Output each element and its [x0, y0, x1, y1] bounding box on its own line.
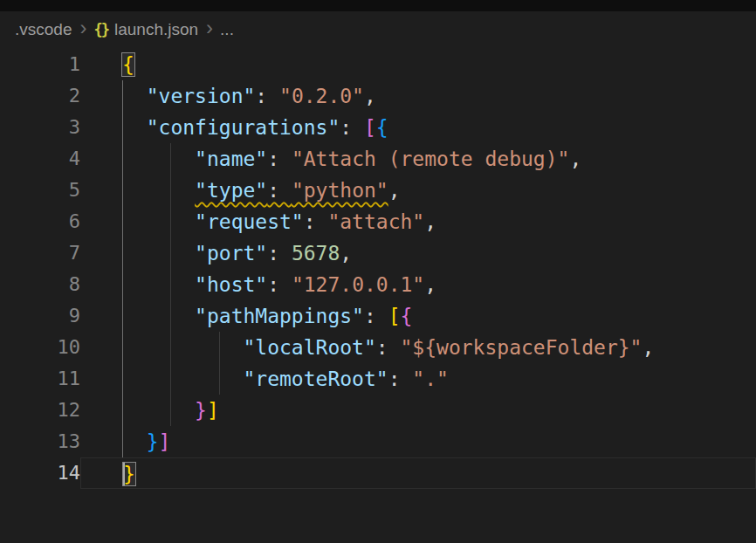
code-token: "pathMappings"	[195, 305, 364, 327]
code-token: "request"	[195, 210, 304, 233]
code-token: ,	[364, 85, 376, 107]
code-token: "port"	[195, 242, 267, 265]
line-number[interactable]: 2	[0, 80, 80, 112]
code-content[interactable]: "pathMappings": [{	[80, 300, 756, 332]
indent-guide	[122, 175, 123, 206]
indent-guide	[122, 269, 123, 300]
code-token: ,	[642, 336, 654, 359]
line-number[interactable]: 9	[0, 300, 80, 332]
line-number[interactable]: 8	[0, 269, 80, 300]
code-content[interactable]: }	[80, 457, 756, 489]
code-line: 3 "configurations": [{	[0, 112, 756, 143]
code-line: 10 "localRoot": "${workspaceFolder}",	[0, 332, 756, 363]
code-line: 5 "type": "python",	[0, 175, 756, 206]
code-token: "Attach (remote debug)"	[292, 148, 570, 170]
code-token: :	[267, 179, 292, 202]
indent-guide	[170, 206, 171, 237]
indent-guide	[122, 426, 123, 457]
code-line: 4 "name": "Attach (remote debug)",	[0, 143, 756, 175]
indent-guide	[122, 112, 123, 143]
indent-guide	[122, 206, 123, 237]
code-line: 7 "port": 5678,	[0, 237, 756, 269]
code-content[interactable]: {	[80, 49, 756, 80]
indent-guide	[122, 363, 123, 395]
code-token: "attach"	[327, 210, 424, 233]
code-token: :	[267, 242, 292, 265]
code-token: "version"	[147, 85, 256, 107]
line-number[interactable]: 10	[0, 332, 80, 363]
breadcrumb-item-more[interactable]: ...	[220, 20, 234, 39]
chevron-right-icon: ›	[79, 17, 86, 38]
line-number[interactable]: 6	[0, 206, 80, 237]
indent-guide	[170, 237, 171, 269]
code-content[interactable]: "version": "0.2.0",	[80, 80, 756, 112]
code-token: ,	[424, 210, 436, 233]
code-content[interactable]: }]	[80, 395, 756, 426]
line-number[interactable]: 13	[0, 426, 80, 457]
code-content[interactable]: "host": "127.0.0.1",	[80, 269, 756, 300]
code-line: 13 }]	[0, 426, 756, 457]
code-content[interactable]: "configurations": [{	[80, 112, 756, 143]
warning-squiggle: "type": "python"	[195, 179, 388, 202]
indent-guide	[170, 395, 171, 426]
code-token: "127.0.0.1"	[292, 273, 424, 296]
indent-guide	[122, 300, 123, 332]
indent-guide	[219, 363, 220, 395]
code-token: :	[255, 85, 279, 107]
breadcrumb-label: ...	[220, 20, 234, 39]
code-token: "localRoot"	[243, 336, 375, 359]
indent-guide	[170, 175, 171, 206]
code-content[interactable]: "name": "Attach (remote debug)",	[80, 143, 756, 175]
code-token: ]	[207, 399, 219, 422]
code-token: {	[122, 53, 134, 76]
code-token: }	[123, 463, 135, 485]
breadcrumb-label: launch.json	[114, 20, 198, 39]
code-token: :	[388, 368, 413, 390]
line-number[interactable]: 3	[0, 112, 80, 143]
code-line: 6 "request": "attach",	[0, 206, 756, 237]
code-line: 12 }]	[0, 395, 756, 426]
code-content[interactable]: "remoteRoot": "."	[80, 363, 756, 395]
code-token: {	[376, 116, 388, 139]
code-text: "version": "0.2.0",	[122, 85, 376, 107]
editor: 1{2 "version": "0.2.0",3 "configurations…	[0, 48, 756, 489]
code-token: ,	[340, 242, 352, 265]
line-number[interactable]: 4	[0, 143, 80, 175]
breadcrumb-item-folder[interactable]: .vscode	[15, 20, 72, 39]
code-content[interactable]: "type": "python",	[80, 175, 756, 206]
code-token: "0.2.0"	[279, 85, 364, 107]
breadcrumb-item-file[interactable]: {}launch.json	[93, 20, 198, 39]
code-token: :	[267, 148, 292, 170]
line-number[interactable]: 1	[0, 49, 80, 80]
indent-guide	[170, 269, 171, 300]
line-number[interactable]: 5	[0, 175, 80, 206]
indent-guide	[122, 395, 123, 426]
code-token: "host"	[195, 273, 267, 296]
code-text: "configurations": [{	[122, 116, 388, 139]
code-content[interactable]: "localRoot": "${workspaceFolder}",	[80, 332, 756, 363]
code-content[interactable]: "port": 5678,	[80, 237, 756, 269]
code-token: "type"	[195, 179, 267, 202]
indent-guide	[122, 237, 123, 269]
breadcrumb-label: .vscode	[15, 20, 72, 39]
indent-guide	[170, 143, 171, 175]
code-content[interactable]: }]	[80, 426, 756, 457]
code-content[interactable]: "request": "attach",	[80, 206, 756, 237]
code-token: :	[376, 336, 401, 359]
line-number[interactable]: 14	[0, 457, 80, 489]
code-token: "${workspaceFolder}"	[401, 336, 643, 359]
code-token: "python"	[292, 179, 388, 202]
code-text: {	[122, 53, 134, 76]
indent-guide	[170, 332, 171, 363]
line-number[interactable]: 11	[0, 363, 80, 395]
code-token: [	[364, 116, 376, 139]
code-text: "host": "127.0.0.1",	[122, 273, 436, 296]
code-text: "request": "attach",	[122, 210, 436, 233]
line-number[interactable]: 7	[0, 237, 80, 269]
indent-guide	[122, 332, 123, 363]
line-number[interactable]: 12	[0, 395, 80, 426]
code-text: "pathMappings": [{	[122, 305, 412, 327]
code-line: 8 "host": "127.0.0.1",	[0, 269, 756, 300]
code-token: ,	[388, 179, 401, 202]
chevron-right-icon: ›	[206, 17, 213, 38]
